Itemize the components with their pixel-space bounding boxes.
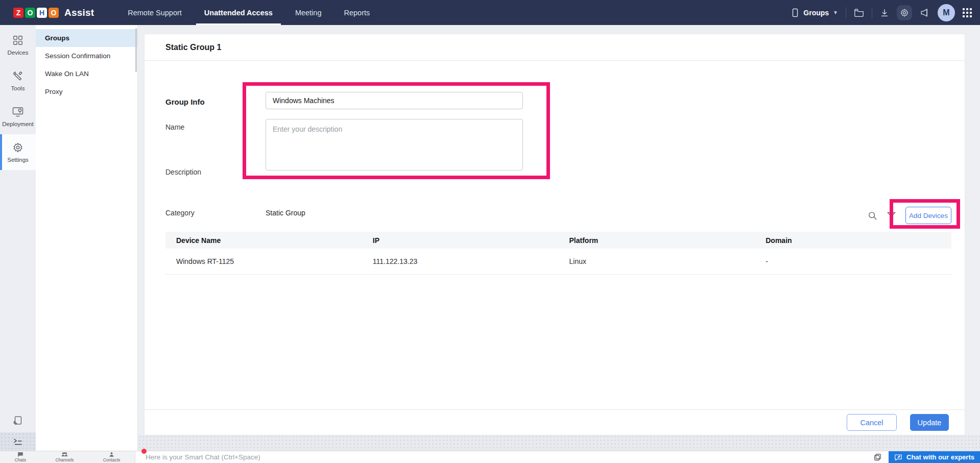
- col-device-name: Device Name: [165, 232, 362, 249]
- announcements-icon[interactable]: [920, 8, 930, 18]
- zoho-logo[interactable]: Z O H O: [13, 8, 59, 18]
- top-navbar: Z O H O Assist Remote Support Unattended…: [0, 0, 980, 25]
- folder-icon[interactable]: [854, 8, 864, 17]
- search-icon[interactable]: [868, 211, 877, 221]
- name-input[interactable]: [266, 92, 523, 109]
- description-label: Description: [165, 168, 201, 176]
- scrollbar-thumb[interactable]: [135, 28, 137, 72]
- cell-device-name: Windows RT-1125: [165, 249, 362, 274]
- groups-dropdown-label: Groups: [803, 9, 829, 17]
- rail-item-label: Settings: [7, 157, 29, 163]
- navbar-right: Groups ▼ M: [791, 4, 972, 21]
- subnav-item-wake-on-lan[interactable]: Wake On LAN: [36, 65, 137, 83]
- col-platform: Platform: [559, 232, 755, 249]
- cliq-bottom-bar: Chats Channels Contacts Here is your Sma…: [0, 451, 980, 463]
- devices-toolbar: Add Devices: [868, 207, 951, 224]
- rail-item-label: Devices: [8, 50, 29, 56]
- settings-gear-icon[interactable]: [897, 5, 912, 20]
- brand-name: Assist: [64, 7, 94, 18]
- subnav-item-proxy[interactable]: Proxy: [36, 83, 137, 101]
- devices-table: Device Name IP Platform Domain Windows R…: [165, 232, 951, 275]
- name-label: Name: [165, 123, 184, 131]
- tab-unattended-access[interactable]: Unattended Access: [193, 0, 284, 25]
- cell-domain: -: [755, 249, 951, 274]
- logo-letter: Z: [13, 8, 23, 18]
- copy-stack-icon[interactable]: [874, 453, 881, 461]
- rail-item-label: Tools: [11, 85, 25, 91]
- smart-chat-bar[interactable]: Here is your Smart Chat (Ctrl+Space): [135, 451, 874, 463]
- page-title: Static Group 1: [145, 34, 965, 61]
- group-form: Group Info Name Description Category Sta…: [145, 61, 965, 409]
- divider: [846, 7, 846, 18]
- settings-subnav: Groups Session Confirmation Wake On LAN …: [36, 25, 138, 451]
- notification-dot: [141, 449, 147, 454]
- logo-letter: O: [49, 8, 59, 18]
- table-header-row: Device Name IP Platform Domain: [165, 232, 951, 249]
- group-detail-card: Static Group 1 Group Info Name Descripti…: [145, 34, 965, 435]
- col-ip: IP: [362, 232, 559, 249]
- tab-remote-support[interactable]: Remote Support: [116, 0, 193, 25]
- channels-button[interactable]: Channels: [55, 452, 74, 462]
- cell-ip: 111.122.13.23: [362, 249, 559, 274]
- apps-grid-icon[interactable]: [963, 8, 972, 17]
- groups-dropdown[interactable]: Groups ▼: [791, 8, 838, 17]
- form-footer: Cancel Update: [145, 409, 965, 435]
- rail-item-tools[interactable]: Tools: [0, 63, 36, 99]
- category-value: Static Group: [266, 209, 305, 217]
- channels-label: Channels: [55, 458, 74, 462]
- mobile-device-icon: [791, 8, 799, 17]
- logo-letter: H: [37, 8, 47, 18]
- col-domain: Domain: [755, 232, 951, 249]
- left-icon-rail: Devices Tools Deployment Settings: [0, 25, 36, 451]
- chats-button[interactable]: Chats: [15, 452, 26, 462]
- feedback-note-icon[interactable]: [0, 415, 36, 426]
- subnav-item-groups[interactable]: Groups: [36, 29, 137, 47]
- tab-meeting[interactable]: Meeting: [284, 0, 333, 25]
- divider: [872, 7, 872, 18]
- terminal-icon[interactable]: [0, 432, 36, 451]
- rail-item-deployment[interactable]: Deployment: [0, 99, 36, 134]
- contacts-label: Contacts: [103, 458, 121, 462]
- dotted-strip: [138, 435, 980, 451]
- main-area: Static Group 1 Group Info Name Descripti…: [138, 25, 980, 451]
- smart-chat-hint: Here is your Smart Chat (Ctrl+Space): [146, 453, 260, 461]
- filter-icon[interactable]: [887, 211, 896, 221]
- cell-platform: Linux: [559, 249, 755, 274]
- add-devices-button[interactable]: Add Devices: [905, 207, 951, 224]
- update-button[interactable]: Update: [910, 414, 949, 431]
- subnav-item-session-confirmation[interactable]: Session Confirmation: [36, 47, 137, 65]
- chevron-down-icon: ▼: [833, 10, 838, 15]
- rail-item-devices[interactable]: Devices: [0, 27, 36, 63]
- contacts-button[interactable]: Contacts: [103, 452, 121, 462]
- cancel-button[interactable]: Cancel: [847, 414, 897, 431]
- category-label: Category: [165, 209, 195, 217]
- user-avatar[interactable]: M: [938, 4, 955, 21]
- cliq-shortcuts: Chats Channels Contacts: [0, 451, 135, 463]
- chats-label: Chats: [15, 458, 26, 462]
- table-row[interactable]: Windows RT-1125 111.122.13.23 Linux -: [165, 249, 951, 274]
- primary-nav: Remote Support Unattended Access Meeting…: [116, 0, 381, 25]
- bottom-bar-right: Chat with our experts: [874, 451, 980, 463]
- description-textarea[interactable]: [266, 119, 523, 170]
- logo-letter: O: [25, 8, 35, 18]
- tab-reports[interactable]: Reports: [332, 0, 381, 25]
- group-info-heading: Group Info: [165, 98, 205, 106]
- rail-item-settings[interactable]: Settings: [0, 134, 36, 170]
- chat-with-experts-label: Chat with our experts: [906, 453, 974, 461]
- rail-item-label: Deployment: [2, 121, 33, 127]
- chat-with-experts-button[interactable]: Chat with our experts: [889, 451, 980, 463]
- download-icon[interactable]: [880, 8, 889, 17]
